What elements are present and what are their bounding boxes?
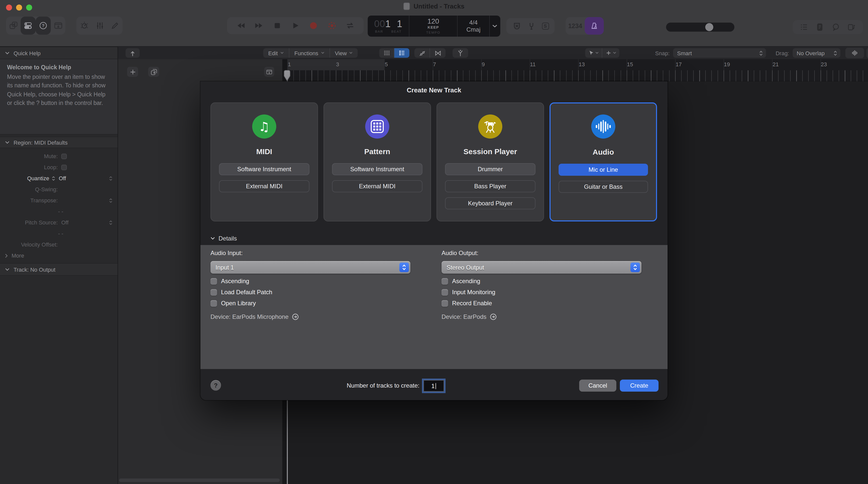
secondary-tool-menu[interactable] (602, 48, 619, 58)
vertical-auto-zoom-button[interactable] (867, 48, 868, 58)
lcd-display[interactable]: 0011 BARBEAT 120 KEEP TEMPO 4/4 Cmaj (368, 15, 500, 37)
note-pads-icon[interactable] (815, 23, 824, 32)
duplicate-track-button[interactable] (148, 67, 159, 77)
drummer-button[interactable]: Drummer (445, 163, 535, 175)
lcd-key-signature[interactable]: 4/4 Cmaj (458, 15, 490, 37)
smart-controls-button[interactable] (76, 17, 92, 35)
bass-player-button[interactable]: Bass Player (445, 180, 535, 192)
quick-help-button[interactable]: ? (36, 17, 51, 35)
stepper-chevrons-icon[interactable] (52, 175, 55, 181)
functions-menu[interactable]: Functions (289, 48, 330, 58)
loop-browser-icon[interactable] (831, 23, 840, 32)
replace-shield-icon[interactable] (512, 22, 521, 31)
record-button[interactable] (309, 21, 318, 30)
audio-input-select[interactable]: Input 1 (211, 261, 410, 273)
ascending-checkbox-row[interactable]: Ascending (211, 278, 249, 285)
edit-menu[interactable]: Edit (263, 48, 289, 58)
mute-checkbox[interactable] (61, 153, 67, 159)
stop-button[interactable] (273, 21, 282, 30)
lcd-tempo[interactable]: 120 KEEP TEMPO (409, 15, 458, 37)
mic-or-line-button[interactable]: Mic or Line (559, 164, 648, 176)
details-disclosure[interactable]: Details (211, 235, 237, 242)
load-default-patch-checkbox-row[interactable]: Load Default Patch (211, 289, 272, 296)
stepper-chevrons-icon[interactable] (399, 263, 409, 272)
tuner-fork-icon[interactable] (527, 22, 536, 31)
checkbox[interactable] (441, 289, 448, 295)
list-view-button[interactable] (394, 48, 409, 58)
open-library-checkbox-row[interactable]: Open Library (211, 300, 256, 307)
input-device-link[interactable]: Device: EarPods Microphone (211, 313, 299, 320)
pointer-tool-menu[interactable] (585, 48, 602, 58)
editors-button[interactable] (107, 17, 123, 35)
media-browser-icon[interactable] (847, 23, 856, 32)
input-monitoring-checkbox-row[interactable]: Input Monitoring (441, 289, 495, 296)
bar-ruler[interactable]: 1 3 5 7 9 11 13 15 17 19 21 23 (282, 59, 868, 81)
track-header-config-button[interactable] (264, 67, 274, 77)
checkbox[interactable] (441, 300, 448, 306)
automation-button[interactable] (414, 48, 430, 58)
ascending-checkbox-row[interactable]: Ascending (441, 278, 480, 285)
arrow-circle-icon (292, 313, 299, 320)
lcd-position[interactable]: 0011 BARBEAT (368, 15, 409, 37)
checkbox[interactable] (211, 278, 217, 284)
audio-output-select[interactable]: Stereo Output (441, 261, 642, 273)
dialog-help-button[interactable]: ? (211, 380, 221, 391)
guitar-or-bass-button[interactable]: Guitar or Bass (559, 181, 648, 193)
count-in-button[interactable]: 1234 (566, 17, 585, 35)
track-type-card-pattern[interactable]: Pattern Software Instrument External MID… (323, 102, 431, 221)
create-button[interactable]: Create (620, 380, 658, 392)
stepper-chevrons-icon[interactable] (109, 198, 113, 203)
quick-help-header[interactable]: Quick Help (0, 47, 118, 59)
split-at-playhead-button[interactable] (453, 48, 468, 58)
list-editors-icon[interactable] (800, 23, 808, 32)
play-button[interactable] (291, 21, 300, 30)
stepper-chevrons-icon[interactable] (109, 175, 113, 181)
stepper-chevrons-icon[interactable] (109, 220, 113, 225)
waveform-zoom-button[interactable] (845, 48, 864, 58)
checkbox[interactable] (441, 278, 448, 284)
track-type-card-midi[interactable]: ♫ MIDI Software Instrument External MIDI (211, 102, 318, 221)
track-type-card-session-player[interactable]: Session Player Drummer Bass Player Keybo… (436, 102, 544, 221)
software-instrument-button[interactable]: Software Instrument (332, 163, 423, 175)
drag-select[interactable]: No Overlap (793, 48, 840, 58)
stepper-chevrons-icon (759, 50, 763, 56)
stepper-chevrons-icon[interactable] (630, 263, 640, 272)
output-device-link[interactable]: Device: EarPods (441, 313, 497, 320)
track-type-card-audio[interactable]: Audio Mic or Line Guitar or Bass (550, 102, 657, 221)
toolbar-toggle-button[interactable] (51, 17, 65, 35)
external-midi-button[interactable]: External MIDI (219, 180, 309, 192)
checkbox[interactable] (211, 300, 217, 306)
add-track-button[interactable] (127, 67, 138, 77)
cancel-button[interactable]: Cancel (579, 380, 616, 392)
midi-draw-button[interactable] (430, 48, 445, 58)
mixer-button[interactable] (92, 17, 107, 35)
more-row[interactable]: More (0, 250, 118, 261)
external-midi-button[interactable]: External MIDI (332, 180, 423, 192)
view-menu[interactable]: View (330, 48, 358, 58)
keyboard-player-button[interactable]: Keyboard Player (445, 197, 535, 209)
record-enable-checkbox-row[interactable]: Record Enable (441, 300, 492, 307)
track-inspector-header[interactable]: Track: No Output (0, 263, 118, 276)
grid-view-button[interactable] (379, 48, 394, 58)
rewind-button[interactable] (236, 21, 245, 30)
inspector-button[interactable] (21, 17, 36, 35)
library-button[interactable] (6, 17, 21, 35)
horizontal-scrollbar[interactable] (119, 479, 280, 482)
loop-checkbox[interactable] (61, 164, 67, 170)
capture-recording-button[interactable] (327, 21, 336, 30)
track-count-input[interactable]: 1 (424, 380, 444, 392)
cycle-button[interactable] (346, 21, 354, 30)
catch-playhead-button[interactable] (126, 48, 140, 58)
snap-select[interactable]: Smart (673, 48, 766, 58)
metronome-button[interactable] (585, 17, 604, 35)
forward-button[interactable] (254, 21, 264, 30)
lcd-options-chevron[interactable] (490, 15, 500, 37)
software-instrument-button[interactable]: Software Instrument (219, 163, 309, 175)
region-defaults-header[interactable]: Region: MIDI Defaults (0, 136, 118, 148)
playhead-marker[interactable] (283, 70, 291, 81)
checkbox[interactable] (211, 289, 217, 295)
solo-mode-icon[interactable]: S (542, 23, 549, 30)
slider-knob[interactable] (705, 23, 713, 31)
tool-menus (585, 48, 619, 58)
pencil-icon (111, 21, 120, 30)
